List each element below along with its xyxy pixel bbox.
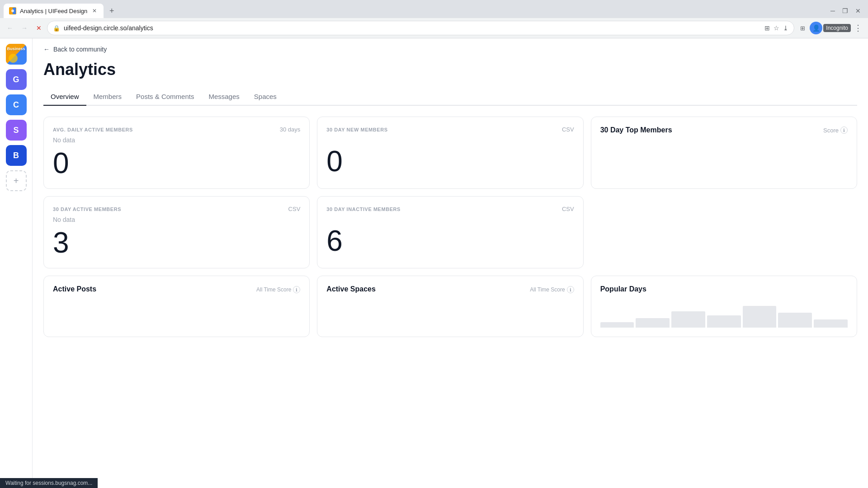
b-letter: B — [13, 151, 19, 160]
profile-icon: 👤 — [812, 24, 820, 32]
new-members-value: 0 — [326, 145, 574, 177]
tab-posts-comments[interactable]: Posts & Comments — [129, 88, 201, 105]
active-posts-header: Active Posts All Time Score ℹ — [53, 285, 300, 295]
top-members-header: 30 Day Top Members Score ℹ — [600, 126, 848, 134]
active-posts-score-container: All Time Score ℹ — [256, 286, 300, 293]
active-members-card: 30 DAY ACTIVE MEMBERS CSV No data 3 — [43, 196, 310, 268]
back-to-community-nav[interactable]: ← Back to community — [33, 38, 868, 56]
second-stats-row: 30 DAY ACTIVE MEMBERS CSV No data 3 30 D… — [43, 196, 857, 268]
active-posts-title: Active Posts — [53, 285, 96, 293]
tab-spaces[interactable]: Spaces — [247, 88, 284, 105]
tab-members[interactable]: Members — [86, 88, 129, 105]
new-members-header: 30 DAY NEW MEMBERS CSV — [326, 126, 574, 133]
active-posts-score-label: All Time Score — [256, 286, 291, 293]
sidebar-item-c[interactable]: C — [6, 94, 27, 115]
incognito-badge: Incognito — [823, 24, 851, 32]
window-controls: ─ ❐ ✕ — [830, 7, 864, 14]
inactive-members-header: 30 DAY INACTIVE MEMBERS CSV — [326, 206, 574, 212]
chart-bar-5 — [743, 306, 777, 328]
active-spaces-header: Active Spaces All Time Score ℹ — [326, 285, 574, 295]
tab-messages[interactable]: Messages — [201, 88, 246, 105]
tab-bar: Analytics | UIFeed Design ✕ + ─ ❐ ✕ — [0, 0, 868, 18]
g-letter: G — [13, 75, 19, 84]
avg-daily-no-data: No data — [53, 136, 300, 144]
active-tab[interactable]: Analytics | UIFeed Design ✕ — [4, 4, 104, 18]
inactive-members-card: 30 DAY INACTIVE MEMBERS CSV 6 — [317, 196, 583, 268]
active-members-csv-btn[interactable]: CSV — [288, 206, 301, 212]
community-sidebar: Business G C S B + — [0, 38, 33, 488]
avg-daily-value: 0 — [53, 147, 300, 179]
avg-daily-header: AVG. DAILY ACTIVE MEMBERS 30 days — [53, 126, 300, 133]
minimize-btn[interactable]: ─ — [830, 7, 835, 14]
tab-close-btn[interactable]: ✕ — [91, 7, 98, 14]
download-icon[interactable]: ⤓ — [783, 24, 788, 32]
new-tab-btn[interactable]: + — [105, 5, 118, 17]
active-members-no-data: No data — [53, 216, 300, 223]
address-bar[interactable]: 🔒 uifeed-design.circle.so/analytics ⊞ ☆ … — [47, 21, 794, 35]
sidebar-item-g[interactable]: G — [6, 69, 27, 90]
page-content: Analytics Overview Members Posts & Comme… — [33, 56, 868, 488]
new-members-csv-btn[interactable]: CSV — [562, 126, 574, 133]
bottom-row: Active Posts All Time Score ℹ Active Spa… — [43, 276, 857, 337]
translate-icon[interactable]: ⊞ — [764, 24, 770, 32]
active-spaces-card: Active Spaces All Time Score ℹ — [317, 276, 583, 337]
top-members-continuation — [591, 196, 857, 268]
back-to-community-label: Back to community — [53, 46, 107, 53]
analytics-tabs: Overview Members Posts & Comments Messag… — [43, 88, 857, 106]
score-container: Score ℹ — [823, 127, 848, 134]
c-letter: C — [13, 100, 19, 110]
active-members-value: 3 — [53, 227, 300, 258]
main-content: ← Back to community Analytics Overview M… — [33, 38, 868, 488]
forward-btn[interactable]: → — [18, 22, 31, 34]
extensions-btn[interactable]: ⊞ — [796, 22, 809, 34]
nav-bar: ← → ✕ 🔒 uifeed-design.circle.so/analytic… — [0, 18, 868, 38]
restore-btn[interactable]: ❐ — [842, 7, 848, 14]
popular-days-chart — [600, 300, 848, 328]
address-bar-icons: ⊞ ☆ ⤓ — [764, 24, 788, 32]
score-info-icon[interactable]: ℹ — [840, 127, 848, 134]
profile-btn[interactable]: 👤 — [810, 22, 822, 34]
lock-icon: 🔒 — [53, 25, 60, 32]
nav-right-icons: ⊞ 👤 Incognito ⋮ — [796, 22, 864, 34]
more-btn[interactable]: ⋮ — [852, 22, 864, 34]
sidebar-item-b[interactable]: B — [6, 145, 27, 166]
inactive-members-csv-btn[interactable]: CSV — [562, 206, 574, 212]
close-btn[interactable]: ✕ — [855, 7, 861, 14]
active-posts-info-icon[interactable]: ℹ — [293, 286, 300, 293]
chart-bar-7 — [814, 319, 848, 328]
active-spaces-title: Active Spaces — [326, 285, 376, 293]
active-spaces-info-icon[interactable]: ℹ — [567, 286, 574, 293]
status-text: Waiting for sessions.bugsnag.com... — [5, 480, 92, 486]
inactive-members-value: 6 — [326, 225, 574, 257]
new-members-label: 30 DAY NEW MEMBERS — [326, 127, 387, 132]
business-icon-inner: Business — [6, 44, 27, 65]
active-posts-card: Active Posts All Time Score ℹ — [43, 276, 310, 337]
sidebar-item-business[interactable]: Business — [6, 44, 27, 65]
app-layout: Business G C S B + ← Back to community A… — [0, 38, 868, 488]
tab-title: Analytics | UIFeed Design — [20, 8, 87, 14]
active-members-label: 30 DAY ACTIVE MEMBERS — [53, 206, 121, 212]
popular-days-header: Popular Days — [600, 285, 848, 295]
bookmark-icon[interactable]: ☆ — [774, 24, 779, 32]
tab-overview[interactable]: Overview — [43, 88, 86, 105]
status-bar: Waiting for sessions.bugsnag.com... — [0, 478, 98, 488]
back-arrow-icon: ← — [43, 46, 50, 53]
add-community-btn[interactable]: + — [6, 170, 27, 191]
inactive-members-label: 30 DAY INACTIVE MEMBERS — [326, 206, 401, 212]
avg-daily-action[interactable]: 30 days — [280, 126, 301, 133]
chart-bar-4 — [707, 315, 741, 328]
chart-bar-6 — [778, 313, 812, 328]
chart-bar-2 — [636, 318, 670, 328]
s-letter: S — [13, 126, 19, 135]
business-label: Business — [6, 47, 27, 51]
popular-days-card: Popular Days — [591, 276, 857, 337]
avg-daily-active-card: AVG. DAILY ACTIVE MEMBERS 30 days No dat… — [43, 117, 310, 189]
reload-btn[interactable]: ✕ — [33, 22, 45, 34]
svg-point-2 — [11, 9, 14, 12]
chart-bar-3 — [671, 311, 705, 328]
back-btn[interactable]: ← — [4, 22, 16, 34]
sidebar-item-s[interactable]: S — [6, 120, 27, 141]
new-members-card: 30 DAY NEW MEMBERS CSV 0 — [317, 117, 583, 189]
browser-chrome: Analytics | UIFeed Design ✕ + ─ ❐ ✕ ← → … — [0, 0, 868, 38]
top-members-title: 30 Day Top Members — [600, 126, 672, 134]
